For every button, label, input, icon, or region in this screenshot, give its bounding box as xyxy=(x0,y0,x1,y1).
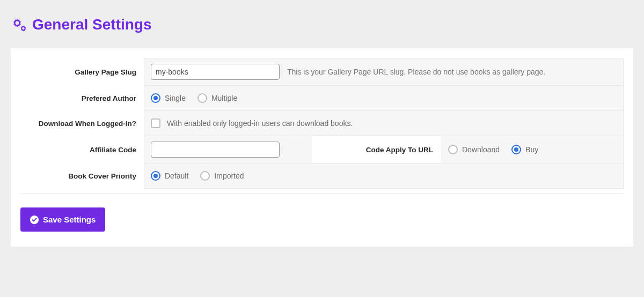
code-apply-download-label: Downloand xyxy=(462,145,500,154)
gears-icon xyxy=(11,18,27,32)
radio-icon xyxy=(197,93,207,103)
cover-imported-radio[interactable]: Imported xyxy=(200,171,244,181)
cover-default-radio[interactable]: Default xyxy=(151,171,188,181)
label-book-cover-priority: Book Cover Priority xyxy=(20,164,144,189)
affiliate-code-input[interactable] xyxy=(151,142,280,158)
label-affiliate-code: Affiliate Code xyxy=(20,136,144,164)
save-settings-button[interactable]: Save Settings xyxy=(20,207,105,232)
save-settings-label: Save Settings xyxy=(43,215,96,224)
label-code-apply-to-url: Code Apply To URL xyxy=(312,136,441,163)
label-download-logged-in: Download When Logged-in? xyxy=(20,111,144,136)
settings-panel: Gallery Page Slug This is your Gallery P… xyxy=(11,48,633,247)
page-title: General Settings xyxy=(11,16,633,33)
gallery-slug-input[interactable] xyxy=(151,64,280,80)
author-multiple-label: Multiple xyxy=(211,94,237,102)
label-gallery-slug: Gallery Page Slug xyxy=(20,58,144,86)
label-preferred-author: Prefered Author xyxy=(20,86,144,111)
author-single-radio[interactable]: Single xyxy=(151,93,186,103)
divider xyxy=(20,193,624,194)
code-apply-buy-radio[interactable]: Buy xyxy=(511,145,538,154)
author-single-label: Single xyxy=(165,94,186,102)
check-circle-icon xyxy=(30,216,39,224)
radio-icon xyxy=(511,145,521,154)
radio-icon xyxy=(200,171,210,181)
code-apply-buy-label: Buy xyxy=(525,145,538,154)
radio-icon xyxy=(151,171,160,181)
gallery-slug-hint: This is your Gallery Page URL slug. Plea… xyxy=(287,68,545,76)
code-apply-download-radio[interactable]: Downloand xyxy=(448,145,500,154)
author-multiple-radio[interactable]: Multiple xyxy=(197,93,237,103)
download-logged-text: With enabled only logged-in users can do… xyxy=(167,119,353,128)
page-title-text: General Settings xyxy=(32,16,152,33)
cover-default-label: Default xyxy=(165,172,188,180)
download-logged-checkbox[interactable] xyxy=(151,118,160,128)
cover-imported-label: Imported xyxy=(214,172,244,180)
radio-icon xyxy=(448,145,458,154)
radio-icon xyxy=(151,93,160,103)
